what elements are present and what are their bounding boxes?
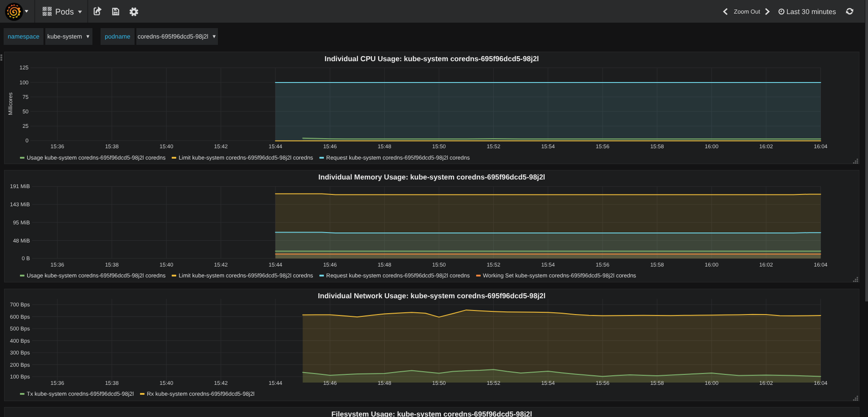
svg-text:25: 25 [23, 123, 29, 129]
svg-text:15:56: 15:56 [596, 262, 609, 268]
svg-text:15:38: 15:38 [105, 380, 119, 386]
svg-text:15:46: 15:46 [323, 380, 337, 386]
svg-text:15:44: 15:44 [269, 262, 282, 268]
svg-text:16:02: 16:02 [759, 143, 773, 150]
svg-text:95 MiB: 95 MiB [13, 219, 30, 226]
svg-text:15:48: 15:48 [378, 262, 391, 268]
svg-text:Zoom Out: Zoom Out [734, 8, 760, 15]
svg-text:15:42: 15:42 [214, 143, 228, 150]
svg-text:15:36: 15:36 [51, 380, 64, 386]
svg-text:15:42: 15:42 [214, 262, 228, 268]
svg-text:400 Bps: 400 Bps [10, 338, 30, 344]
svg-text:125: 125 [19, 64, 29, 71]
svg-text:15:54: 15:54 [541, 380, 555, 386]
svg-text:Pods: Pods [55, 7, 74, 16]
svg-text:15:48: 15:48 [378, 380, 391, 386]
svg-text:15:56: 15:56 [596, 143, 609, 150]
svg-text:15:48: 15:48 [378, 143, 391, 150]
svg-text:0 B: 0 B [22, 255, 30, 262]
svg-text:16:02: 16:02 [759, 380, 773, 386]
svg-text:15:40: 15:40 [159, 143, 173, 150]
svg-text:15:52: 15:52 [487, 380, 500, 386]
svg-text:191 MiB: 191 MiB [10, 183, 30, 189]
svg-text:700 Bps: 700 Bps [10, 301, 30, 308]
svg-text:16:04: 16:04 [814, 262, 827, 268]
svg-text:75: 75 [23, 94, 29, 100]
svg-text:300 Bps: 300 Bps [10, 349, 30, 356]
svg-text:15:44: 15:44 [269, 143, 282, 150]
svg-text:200 Bps: 200 Bps [10, 362, 30, 368]
svg-text:Millicores: Millicores [7, 92, 14, 115]
svg-text:600 Bps: 600 Bps [10, 314, 30, 320]
svg-text:100: 100 [19, 79, 29, 86]
svg-text:15:40: 15:40 [159, 380, 173, 386]
svg-text:15:36: 15:36 [51, 143, 64, 150]
svg-text:15:56: 15:56 [596, 380, 609, 386]
svg-text:16:04: 16:04 [814, 380, 827, 386]
svg-text:16:00: 16:00 [705, 143, 719, 150]
svg-text:15:46: 15:46 [323, 262, 337, 268]
svg-text:15:54: 15:54 [541, 262, 555, 268]
svg-text:16:02: 16:02 [759, 262, 773, 268]
svg-text:15:38: 15:38 [105, 262, 119, 268]
svg-text:143 MiB: 143 MiB [10, 201, 30, 208]
svg-text:15:44: 15:44 [269, 380, 282, 386]
svg-text:50: 50 [23, 108, 29, 115]
svg-text:0: 0 [25, 137, 29, 144]
svg-text:16:04: 16:04 [814, 143, 827, 150]
svg-text:500 Bps: 500 Bps [10, 325, 30, 332]
svg-text:Last 30 minutes: Last 30 minutes [786, 8, 836, 16]
svg-text:16:00: 16:00 [705, 380, 719, 386]
svg-text:16:00: 16:00 [705, 262, 719, 268]
svg-text:15:38: 15:38 [105, 143, 119, 150]
svg-text:15:58: 15:58 [650, 380, 664, 386]
svg-text:15:58: 15:58 [650, 143, 664, 150]
svg-text:15:46: 15:46 [323, 143, 337, 150]
svg-text:100 Bps: 100 Bps [10, 373, 30, 380]
svg-text:15:52: 15:52 [487, 143, 500, 150]
svg-text:48 MiB: 48 MiB [13, 238, 30, 244]
svg-text:15:42: 15:42 [214, 380, 228, 386]
svg-text:15:50: 15:50 [432, 143, 446, 150]
svg-text:15:36: 15:36 [51, 262, 64, 268]
svg-text:15:54: 15:54 [541, 143, 555, 150]
svg-text:15:58: 15:58 [650, 262, 664, 268]
svg-text:15:52: 15:52 [487, 262, 500, 268]
svg-text:15:50: 15:50 [432, 262, 446, 268]
svg-text:15:40: 15:40 [159, 262, 173, 268]
svg-text:15:50: 15:50 [432, 380, 446, 386]
